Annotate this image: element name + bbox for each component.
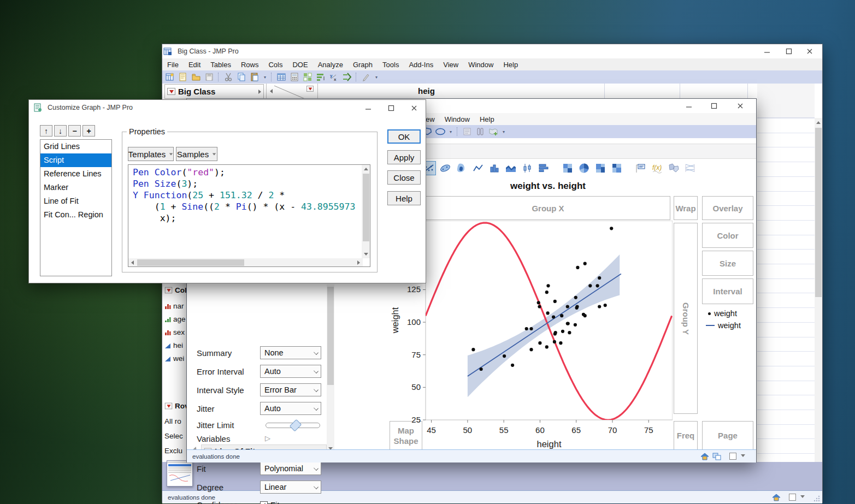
close-button[interactable] (801, 44, 818, 58)
column-item-hei[interactable]: hei (164, 341, 183, 349)
gallery-smoother-icon[interactable] (438, 161, 452, 175)
red-triangle-icon[interactable] (165, 403, 173, 410)
menu-tables[interactable]: Tables (205, 60, 236, 70)
window-box-icon[interactable] (729, 453, 736, 460)
customize-list-item-grid-lines[interactable]: Grid Lines (40, 140, 111, 153)
dropdown-error-interval[interactable]: Auto (260, 365, 321, 378)
zone-overlay[interactable]: Overlay (702, 196, 753, 220)
scrollbar-thumb[interactable] (363, 174, 369, 241)
zone-wrap[interactable]: Wrap (674, 196, 698, 220)
move-up-button[interactable]: ↑ (40, 125, 52, 137)
scroll-right-icon[interactable] (357, 260, 360, 265)
dropdown-jitter[interactable]: Auto (260, 402, 321, 415)
status-dropdown-icon[interactable] (741, 454, 745, 457)
script-vertical-scrollbar[interactable] (362, 165, 370, 258)
scrollbar-thumb[interactable] (327, 287, 334, 385)
window-box-icon[interactable] (789, 494, 796, 501)
close-button[interactable]: Close (387, 170, 421, 185)
customize-list-item-script[interactable]: Script (40, 153, 111, 167)
gallery-pie-icon[interactable] (577, 161, 591, 175)
gb-close-button[interactable] (732, 99, 748, 112)
zone-freq[interactable]: Freq (674, 421, 698, 450)
gallery-treemap-icon[interactable] (593, 161, 608, 175)
customize-list-item-marker[interactable]: Marker (40, 181, 111, 194)
save-icon[interactable] (204, 72, 215, 82)
slider-thumb[interactable] (290, 419, 302, 432)
zone-page[interactable]: Page (702, 421, 753, 450)
zone-color[interactable]: Color (702, 223, 753, 248)
toolbar-overflow-icon[interactable]: ▾ (374, 75, 379, 80)
cut-icon[interactable] (223, 72, 234, 82)
join-icon[interactable] (341, 72, 352, 82)
scrollbar-thumb[interactable] (137, 259, 244, 266)
dialog-maximize-button[interactable] (383, 101, 399, 115)
dialog-minimize-button[interactable] (360, 101, 376, 115)
red-triangle-icon[interactable] (306, 86, 314, 92)
gallery-contour-icon[interactable] (455, 161, 469, 175)
format-pen-icon[interactable] (361, 72, 372, 82)
gallery-area-icon[interactable] (504, 161, 518, 175)
open-icon[interactable] (191, 72, 202, 82)
dialog-close-button[interactable] (406, 101, 422, 115)
new-journal-icon[interactable] (178, 72, 188, 82)
menu-rows[interactable]: Rows (236, 60, 264, 70)
row-column-corner-cell[interactable] (266, 84, 318, 99)
control-panel-scrollbar[interactable] (327, 284, 334, 453)
calculator-icon[interactable] (289, 72, 300, 82)
column-item-sex[interactable]: sex (164, 328, 185, 336)
menu-tools[interactable]: Tools (378, 60, 404, 70)
variables-expander-icon[interactable]: ▷ (265, 434, 270, 442)
menu-help[interactable]: Help (498, 60, 523, 70)
zone-group-x[interactable]: Group X (426, 196, 670, 220)
menu-window[interactable]: Window (463, 60, 498, 70)
dropdown-degree[interactable]: Linear (260, 481, 321, 494)
customize-list-item-line-of-fit[interactable]: Line of Fit (40, 194, 111, 208)
column-item-age[interactable]: age (164, 315, 186, 323)
scroll-up-icon[interactable] (816, 121, 821, 124)
home-icon[interactable] (699, 451, 710, 462)
gallery-line-icon[interactable] (471, 161, 485, 175)
column-item-wei[interactable]: wei (164, 354, 184, 363)
toolbar-overflow-icon[interactable]: ▾ (262, 75, 268, 80)
gallery-map-shapes-icon[interactable] (667, 161, 681, 175)
dropdown-summary[interactable]: None (260, 346, 321, 359)
menu-analyze[interactable]: Analyze (313, 60, 348, 70)
summary-table-icon[interactable] (276, 72, 287, 82)
columns-gray-icon[interactable] (475, 126, 486, 137)
sort-icon[interactable] (315, 72, 326, 82)
toolbar-overflow-icon[interactable]: ▾ (448, 129, 453, 134)
samples-button[interactable]: Samples (176, 147, 217, 161)
gb-maximize-button[interactable] (706, 99, 722, 112)
new-data-table-icon[interactable] (164, 72, 175, 82)
scroll-up-icon[interactable] (364, 168, 368, 170)
templates-button[interactable]: Templates (128, 147, 174, 161)
dropdown-fit[interactable]: Polynomial (260, 462, 321, 475)
ok-button[interactable]: OK (387, 129, 421, 144)
apply-button[interactable]: Apply (387, 150, 421, 164)
home-icon[interactable] (771, 492, 782, 503)
paste-icon[interactable] (249, 72, 260, 82)
gallery-parallel-icon[interactable] (683, 161, 697, 175)
zone-size[interactable]: Size (702, 251, 753, 276)
customize-list-item-reference-lines[interactable]: Reference Lines (40, 167, 111, 181)
scroll-down-icon[interactable] (364, 253, 368, 256)
table-vertical-scrollbar[interactable] (815, 118, 822, 462)
zone-group-y[interactable]: Group Y (674, 223, 698, 414)
windows-icon[interactable] (711, 451, 722, 462)
gallery-heatmap-icon[interactable] (561, 161, 575, 175)
move-down-button[interactable]: ↓ (54, 125, 67, 137)
collapse-panel-icon[interactable] (258, 90, 261, 94)
red-triangle-icon[interactable] (167, 88, 175, 95)
gallery-formula-icon[interactable]: f(x) (650, 161, 664, 175)
help-button[interactable]: Help (387, 191, 421, 205)
scroll-left-icon[interactable] (131, 260, 134, 265)
menu-file[interactable]: File (162, 60, 184, 70)
gallery-bar-icon[interactable] (487, 161, 502, 175)
journal-gray-icon[interactable] (462, 126, 473, 137)
column-header-height[interactable]: heig (418, 86, 435, 96)
gallery-caption-box-icon[interactable] (634, 161, 648, 175)
maximize-button[interactable] (781, 44, 797, 58)
map-add-icon[interactable] (488, 126, 499, 137)
remove-button[interactable]: − (68, 125, 81, 137)
script-editor[interactable]: Pen Color("red");Pen Size(3);Y Function(… (128, 164, 370, 267)
